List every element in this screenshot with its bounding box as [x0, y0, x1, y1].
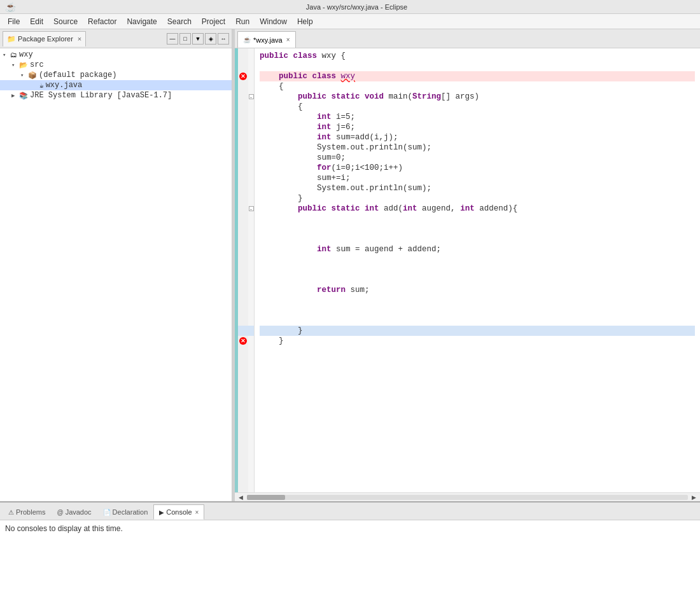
code-line-26: [260, 305, 695, 315]
gutter-row-2: [238, 61, 248, 71]
javadoc-icon: @: [57, 509, 63, 516]
code-line-21: [260, 254, 695, 265]
code-line-24: return sum;: [260, 285, 695, 295]
code-line-16: public static int add(int augend, int ad…: [260, 204, 695, 214]
editor-tab-wxy[interactable]: ☕ *wxy.java ×: [237, 31, 296, 48]
menu-run[interactable]: Run: [230, 14, 255, 29]
package-explorer-tab[interactable]: 📁 Package Explorer ×: [3, 31, 86, 46]
gutter-row-18: [238, 224, 248, 234]
project-label: wxy: [19, 50, 33, 59]
code-line-9: int sum=add(i,j);: [260, 132, 695, 142]
gutter-row-24: [238, 285, 248, 295]
menu-project[interactable]: Project: [197, 14, 230, 29]
bottom-panel: ⚠ Problems @ Javadoc 📄 Declaration ▶ Con…: [0, 501, 700, 603]
package-explorer-close[interactable]: ×: [78, 35, 81, 43]
tree-item-jre[interactable]: ▶ 📚 JRE System Library [JavaSE-1.7]: [0, 90, 232, 100]
console-close[interactable]: ×: [195, 509, 199, 516]
tab-declaration[interactable]: 📄 Declaration: [97, 504, 154, 520]
gutter-row-1: [238, 51, 248, 61]
code-line-2: [260, 61, 695, 71]
gutter-row-23: [238, 275, 248, 285]
tab-close-btn[interactable]: ×: [286, 36, 290, 43]
code-line-29: }: [260, 336, 695, 346]
scroll-left-btn[interactable]: ◀: [237, 494, 244, 501]
package-label: (default package): [39, 71, 116, 80]
fold-btn-add[interactable]: -: [249, 206, 254, 211]
library-icon: 📚: [19, 92, 28, 100]
minimize-btn[interactable]: —: [167, 33, 178, 45]
gutter-row-25: [238, 295, 248, 305]
jre-label: JRE System Library [JavaSE-1.7]: [30, 91, 172, 100]
code-line-14: System.out.println(sum);: [260, 183, 695, 193]
code-line-4: {: [260, 81, 695, 92]
gutter-row-22: [238, 265, 248, 275]
tree-item-src[interactable]: ▾ 📂 src: [0, 60, 232, 70]
gutter-row-20: [238, 244, 248, 254]
gutter-row-8: [238, 122, 248, 132]
code-line-28: }: [260, 326, 695, 336]
tab-console[interactable]: ▶ Console ×: [153, 504, 204, 520]
code-line-7: int i=5;: [260, 112, 695, 122]
code-line-5: public static void main(String[] args): [260, 92, 695, 102]
tree-arrow-src: ▾: [11, 62, 18, 69]
fold-btn-main[interactable]: -: [249, 94, 254, 99]
fold-area: - -: [248, 48, 255, 492]
code-line-13: sum+=i;: [260, 173, 695, 183]
code-line-18: [260, 224, 695, 234]
tab-javadoc[interactable]: @ Javadoc: [51, 504, 97, 520]
java-tab-icon: ☕: [243, 36, 251, 43]
view-menu-btn[interactable]: ▼: [192, 33, 204, 45]
maximize-btn[interactable]: □: [179, 33, 191, 45]
menu-navigate[interactable]: Navigate: [122, 14, 162, 29]
gutter-row-21: [238, 254, 248, 265]
link-editor-btn[interactable]: ↔: [218, 33, 229, 45]
tree-item-default-package[interactable]: ▾ 📦 (default package): [0, 70, 232, 80]
menu-source[interactable]: Source: [48, 14, 83, 29]
tree-item-wxy[interactable]: ▾ 🗂 wxy: [0, 50, 232, 60]
gutter-row-10: [238, 142, 248, 153]
menu-refactor[interactable]: Refactor: [83, 14, 122, 29]
java-file-label: wxy.java: [46, 81, 83, 90]
error-marker-1: ✕: [239, 73, 247, 80]
panel-toolbar: — □ ▼ ◈ ↔: [167, 33, 229, 45]
editor-wrapper: ✕: [235, 48, 700, 501]
package-icon: 📦: [28, 71, 37, 80]
tree-item-wxy-java[interactable]: ▶ ☕ wxy.java: [0, 80, 232, 90]
bottom-tabs: ⚠ Problems @ Javadoc 📄 Declaration ▶ Con…: [0, 502, 700, 520]
gutter-row-19: [238, 234, 248, 244]
code-line-8: int j=6;: [260, 122, 695, 132]
title-bar: ☕ Java - wxy/src/wxy.java - Eclipse: [0, 0, 700, 14]
gutter-row-29: ✕: [238, 336, 248, 346]
h-scroll-thumb[interactable]: [247, 495, 285, 500]
package-explorer-panel: 📁 Package Explorer × — □ ▼ ◈ ↔ ▾ 🗂: [0, 29, 232, 501]
menu-file[interactable]: File: [3, 14, 25, 29]
package-explorer-label: Package Explorer: [18, 35, 73, 43]
code-line-10: System.out.println(sum);: [260, 142, 695, 153]
tab-label: *wxy.java: [253, 36, 283, 44]
code-line-25: [260, 295, 695, 305]
gutter-row-12: [238, 163, 248, 173]
src-label: src: [30, 60, 44, 69]
content-area: 📁 Package Explorer × — □ ▼ ◈ ↔ ▾ 🗂: [0, 29, 700, 501]
javadoc-label: Javadoc: [66, 508, 92, 516]
collapse-all-btn[interactable]: ◈: [205, 33, 216, 45]
menu-search[interactable]: Search: [162, 14, 197, 29]
main-container: 📁 Package Explorer × — □ ▼ ◈ ↔ ▾ 🗂: [0, 29, 700, 603]
gutter-row-5: [238, 92, 248, 102]
gutter-row-3: ✕: [238, 71, 248, 81]
code-line-3: public class wxy: [260, 71, 695, 81]
code-line-27: [260, 315, 695, 326]
tab-problems[interactable]: ⚠ Problems: [3, 504, 51, 520]
scroll-right-btn[interactable]: ▶: [690, 494, 697, 501]
code-line-15: }: [260, 193, 695, 204]
h-scroll-area[interactable]: ◀ ▶: [235, 492, 700, 501]
gutter-row-6: [238, 102, 248, 112]
tree-arrow-wxy: ▾: [3, 52, 9, 59]
code-editor[interactable]: public class wxy { public class wxy { pu…: [255, 48, 700, 492]
gutter-row-15: [238, 193, 248, 204]
menu-edit[interactable]: Edit: [25, 14, 48, 29]
menu-window[interactable]: Window: [255, 14, 292, 29]
menu-help[interactable]: Help: [292, 14, 318, 29]
h-scroll-track[interactable]: [247, 495, 688, 500]
code-line-30: [260, 346, 695, 422]
